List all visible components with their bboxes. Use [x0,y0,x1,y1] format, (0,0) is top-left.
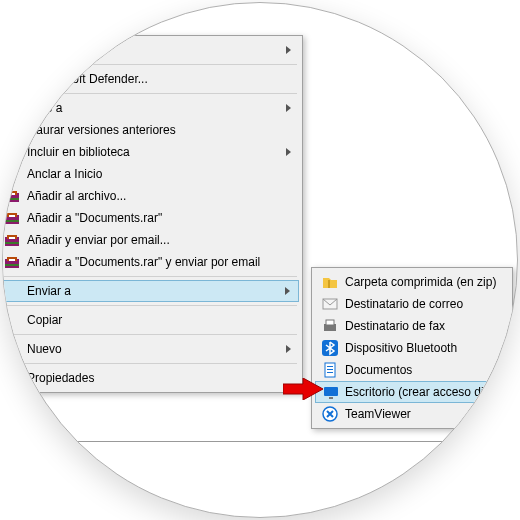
submenu-arrow-icon [286,104,291,112]
menu-item-label: Escritorio (crear acceso directo) [345,385,514,399]
menu-item-label: Añadir a "Documents.rar" [27,211,162,225]
submenu-arrow-icon [285,287,290,295]
winrar-icon [4,188,20,204]
sub_menu-item[interactable]: Destinatario de correo [315,293,509,315]
svg-rect-14 [9,259,15,261]
sub_menu-item[interactable]: Carpeta comprimida (en zip) [315,271,509,293]
menu-separator [2,64,297,65]
main_menu-item[interactable]: Añadir a "Documents.rar" [2,207,299,229]
menu-item-label: Añadir a "Documents.rar" y enviar por em… [27,255,260,269]
svg-rect-11 [5,242,19,244]
sub_menu-item[interactable]: Dispositivo Bluetooth [315,337,509,359]
main_menu-item[interactable]: Añadir y enviar por email... [2,229,299,251]
svg-rect-2 [9,193,15,195]
main_menu-item[interactable]: staurar versiones anteriores [2,119,299,141]
submenu-arrow-icon [286,148,291,156]
winrar-icon [4,210,20,226]
svg-rect-23 [327,369,333,370]
menu-item-label: Añadir y enviar por email... [27,233,170,247]
svg-rect-22 [327,366,333,367]
mail-icon [322,296,338,312]
svg-marker-28 [283,378,323,400]
menu-item-label: Enviar a [27,284,71,298]
svg-rect-6 [9,215,15,217]
menu-separator [2,363,297,364]
svg-rect-26 [329,397,333,399]
zip-icon [322,274,338,290]
main_menu-item[interactable]: Enviar a [2,280,299,302]
highlight-arrow-icon [283,378,323,400]
desktop-icon [323,385,339,401]
circle-frame: n Microsoft Defender...ceso astaurar ver… [2,2,518,518]
bg-line [3,441,517,442]
menu-separator [2,334,297,335]
menu-item-label: Carpeta comprimida (en zip) [345,275,496,289]
main_menu-item[interactable]: ceso a [2,97,299,119]
fax-icon [322,318,338,334]
menu-item-label: ceso a [27,101,62,115]
main_menu-item[interactable]: Copiar [2,309,299,331]
menu-item-label: TeamViewer [345,407,411,421]
main_menu-item[interactable] [2,39,299,61]
context-menu-sendto: Carpeta comprimida (en zip)Destinatario … [311,267,513,429]
svg-rect-15 [5,264,19,266]
menu-separator [2,305,297,306]
submenu-arrow-icon [286,46,291,54]
menu-item-label: Destinatario de correo [345,297,463,311]
main_menu-item[interactable]: n Microsoft Defender... [2,68,299,90]
doc-icon [322,362,338,378]
tv-icon [322,406,338,422]
menu-item-label: Destinatario de fax [345,319,445,333]
bt-icon [322,340,338,356]
svg-rect-16 [328,280,330,288]
svg-rect-19 [326,320,334,325]
menu-separator [2,93,297,94]
menu-item-label: n Microsoft Defender... [27,72,148,86]
main_menu-item[interactable]: Añadir al archivo... [2,185,299,207]
menu-item-label: Propiedades [27,371,94,385]
menu-item-label: Nuevo [27,342,62,356]
menu-item-label: staurar versiones anteriores [27,123,176,137]
menu-item-label: Incluir en biblioteca [27,145,130,159]
main_menu-item[interactable]: Incluir en biblioteca [2,141,299,163]
menu-item-label: Copiar [27,313,62,327]
menu-item-label: Anclar a Inicio [27,167,102,181]
menu-item-label: Añadir al archivo... [27,189,126,203]
main_menu-item[interactable]: Nuevo [2,338,299,360]
menu-item-label: Documentos [345,363,412,377]
sub_menu-item[interactable]: Escritorio (crear acceso directo) [315,381,509,403]
svg-rect-25 [324,387,338,396]
menu-item-label: Dispositivo Bluetooth [345,341,457,355]
sub_menu-item[interactable]: Documentos [315,359,509,381]
main_menu-item[interactable]: Añadir a "Documents.rar" y enviar por em… [2,251,299,273]
menu-separator [2,276,297,277]
submenu-arrow-icon [286,345,291,353]
svg-rect-10 [9,237,15,239]
winrar-icon [4,232,20,248]
main_menu-item[interactable]: Anclar a Inicio [2,163,299,185]
main_menu-item[interactable]: Propiedades [2,367,299,389]
context-menu-main: n Microsoft Defender...ceso astaurar ver… [2,35,303,393]
svg-rect-7 [5,220,19,222]
sub_menu-item[interactable]: Destinatario de fax [315,315,509,337]
svg-rect-24 [327,372,333,373]
sub_menu-item[interactable]: TeamViewer [315,403,509,425]
winrar-icon [4,254,20,270]
svg-rect-3 [5,198,19,200]
